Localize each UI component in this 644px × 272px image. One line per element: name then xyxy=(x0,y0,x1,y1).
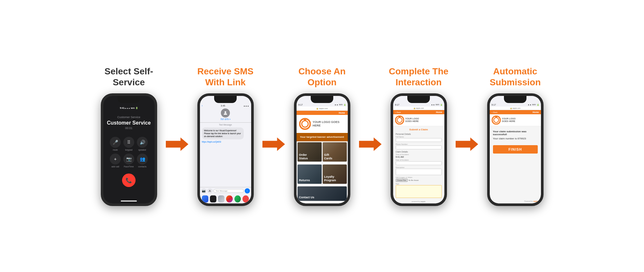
svg-point-8 xyxy=(397,117,402,122)
mute-label: mute xyxy=(113,149,118,151)
phone-2-notch xyxy=(214,96,237,103)
sms-link[interactable]: https://tapit.us/Qk8SI xyxy=(202,141,249,143)
battery-icon: 🔋 xyxy=(136,107,138,109)
sms-camera-icon[interactable]: 📷 xyxy=(201,188,206,193)
phone-1-status-icons: ▲▲▲ WiFi 🔋 xyxy=(124,107,137,109)
phone-4-home: Home xyxy=(436,111,442,113)
call-buttons-grid: 🎤 mute ⠿ keypad 🔊 speaker + add call xyxy=(106,137,152,168)
phone-5-time: 9:17 xyxy=(492,104,496,106)
svg-point-13 xyxy=(495,116,497,118)
step-3-title: Choose An Option xyxy=(285,66,359,88)
caller-name: Customer Service xyxy=(107,120,151,126)
app-icon-search xyxy=(242,195,249,202)
menu-item-order-status[interactable]: OrderStatus xyxy=(298,142,322,162)
logo-svg-4 xyxy=(395,116,404,125)
phone-3-notch xyxy=(311,96,333,103)
phone-3-banner: Your targeted banner advertisement xyxy=(297,133,348,141)
zappix-footer-4: powered by zappix xyxy=(393,200,444,203)
svg-point-5 xyxy=(304,119,306,121)
phone-5-back[interactable]: < Back xyxy=(492,111,498,113)
sms-back-btn[interactable]: ‹ xyxy=(202,104,203,107)
sms-signal: ▲▲▲ xyxy=(243,105,249,107)
arrow-1 xyxy=(166,136,188,152)
speaker-btn[interactable]: 🔊 speaker xyxy=(137,137,148,151)
date-accident-input[interactable] xyxy=(396,161,442,165)
svg-marker-0 xyxy=(166,137,188,151)
menu-item-loyalty[interactable]: LoyaltyProgram xyxy=(323,164,347,184)
mute-btn[interactable]: 🎤 mute xyxy=(110,137,121,151)
end-call-button[interactable]: 📞 xyxy=(122,174,136,187)
phone-3-menu-grid: OrderStatus GiftCards Returns xyxy=(297,141,348,203)
keypad-icon: ⠿ xyxy=(123,137,134,148)
phone-number-input[interactable] xyxy=(396,145,442,149)
phone-4-screen: 9:17 ▲▲WiFi🔋 🔒 zappix.com < Back Home xyxy=(393,96,444,203)
arrow-4 xyxy=(456,136,478,152)
speaker-label: speaker xyxy=(138,149,147,151)
phone-5-top-bar: < Back Home xyxy=(490,110,541,114)
end-call-icon: 📞 xyxy=(126,177,132,183)
phone-3-status: ▲▲WiFi🔋 xyxy=(335,104,346,106)
sign-label: Sign xyxy=(396,183,442,185)
call-duration: 00:01 xyxy=(125,127,133,130)
phone-4-status: ▲▲WiFi🔋 xyxy=(431,104,442,106)
logo-text-5: YOUR LOGOGOES HERE xyxy=(502,117,516,123)
menu-item-returns[interactable]: Returns xyxy=(298,164,322,184)
home-indicator xyxy=(121,201,137,202)
phone-4-back[interactable]: < Back xyxy=(395,111,401,113)
phone-1-status-bar: 9:41 ▲▲▲ WiFi 🔋 xyxy=(117,106,141,109)
full-name-input[interactable] xyxy=(396,138,442,142)
app-icon-store xyxy=(210,195,216,202)
menu-item-contact[interactable]: Contact Us xyxy=(298,186,347,201)
loyalty-overlay: LoyaltyProgram xyxy=(323,164,347,184)
facetime-btn[interactable]: 📷 FaceTime xyxy=(123,154,134,168)
sms-contact-number: 797-979 > xyxy=(220,118,231,120)
app-icon-photos xyxy=(202,195,208,202)
phone-3-home-bar: Home xyxy=(297,111,348,115)
gift-cards-overlay: GiftCards xyxy=(323,142,347,162)
add-call-btn[interactable]: + add call xyxy=(110,154,121,168)
time-accident-value: 9:41 AM xyxy=(396,156,442,158)
step-2-title: Receive SMS With Link xyxy=(188,66,262,88)
full-name-label: Full Name: xyxy=(396,136,442,138)
arrow-1-container xyxy=(166,136,188,152)
sms-time: 3:45 xyxy=(221,105,225,107)
sign-box[interactable] xyxy=(396,185,442,198)
phone-5-content: Your claim submission was successful! Yo… xyxy=(490,126,541,199)
svg-marker-6 xyxy=(359,137,382,151)
add-call-label: add call xyxy=(111,165,119,168)
phone-2-screen: ‹ 3:45 ▲▲▲ 797-979 > Text Message Welcom… xyxy=(200,96,251,203)
phone-4-notch xyxy=(407,96,430,103)
step-1: Select Self-Service 9:41 ▲▲▲ WiFi 🔋 Cust… xyxy=(92,66,166,206)
sms-appstore-icon[interactable]: A xyxy=(207,188,213,193)
arrow-2-container xyxy=(262,136,285,152)
phone-5-logo-area: YOUR LOGOGOES HERE xyxy=(490,114,541,126)
phone-5-screen: 9:17 ▲▲WiFi🔋 🔒 zappix.com < Back Home xyxy=(490,96,541,203)
keypad-btn[interactable]: ⠿ keypad xyxy=(123,137,134,151)
choose-files-btn[interactable]: Choose Files xyxy=(396,179,408,182)
menu-item-gift-cards[interactable]: GiftCards xyxy=(323,142,347,162)
sms-send-button[interactable]: ↑ xyxy=(245,188,250,193)
phone-1-screen: 9:41 ▲▲▲ WiFi 🔋 Customer Service Custome… xyxy=(103,96,155,203)
phone-5-status: ▲▲WiFi🔋 xyxy=(528,104,539,106)
gift-cards-label: GiftCards xyxy=(324,153,333,160)
phone-3-screen: 9:17 ▲▲WiFi🔋 🔒 zappix.com Home xyxy=(297,96,348,203)
phone-3-time: 9:17 xyxy=(298,104,303,106)
arrow-2 xyxy=(262,136,285,152)
form-title: Submit a Claim xyxy=(396,128,442,131)
file-upload-area[interactable]: Choose Files No file chosen xyxy=(396,179,442,182)
phone-4-logo-area: YOUR LOGOGOES HERE xyxy=(393,114,444,126)
finish-button[interactable]: FINISH xyxy=(493,145,538,154)
sms-input-field[interactable]: Text Message xyxy=(213,189,244,193)
phone-3-url-bar: 🔒 zappix.com xyxy=(297,107,348,111)
step-3: Choose An Option 9:17 ▲▲WiFi🔋 🔒 zappix.c… xyxy=(285,66,359,206)
phone-2: ‹ 3:45 ▲▲▲ 797-979 > Text Message Welcom… xyxy=(197,93,254,206)
phone-1: 9:41 ▲▲▲ WiFi 🔋 Customer Service Custome… xyxy=(101,93,157,206)
description-input[interactable] xyxy=(396,169,442,175)
svg-marker-2 xyxy=(262,137,285,151)
app-icon-applepay xyxy=(218,195,224,202)
phone-4-time: 9:17 xyxy=(395,104,400,106)
date-accident-label: Date of Accident: xyxy=(396,159,442,161)
loyalty-label: LoyaltyProgram xyxy=(324,175,336,182)
contacts-btn[interactable]: 👥 contacts xyxy=(137,154,148,168)
step-4: Complete The Interaction 9:17 ▲▲WiFi🔋 🔒 … xyxy=(382,66,456,206)
